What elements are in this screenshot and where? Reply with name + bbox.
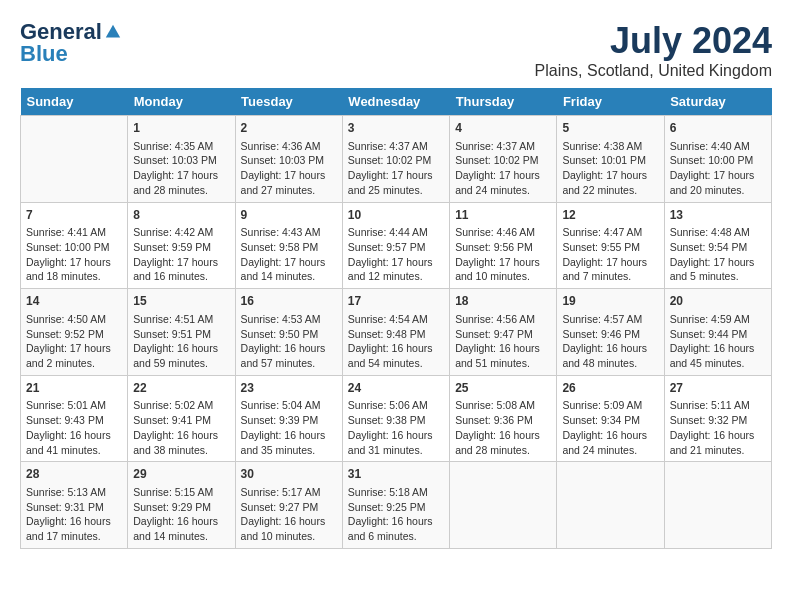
month-title: July 2024	[535, 20, 772, 62]
calendar-cell: 18Sunrise: 4:56 AM Sunset: 9:47 PM Dayli…	[450, 289, 557, 376]
cell-content: Sunrise: 4:43 AM Sunset: 9:58 PM Dayligh…	[241, 225, 337, 284]
week-row-5: 28Sunrise: 5:13 AM Sunset: 9:31 PM Dayli…	[21, 462, 772, 549]
cell-content: Sunrise: 4:54 AM Sunset: 9:48 PM Dayligh…	[348, 312, 444, 371]
week-row-3: 14Sunrise: 4:50 AM Sunset: 9:52 PM Dayli…	[21, 289, 772, 376]
cell-content: Sunrise: 5:04 AM Sunset: 9:39 PM Dayligh…	[241, 398, 337, 457]
day-number: 11	[455, 207, 551, 224]
day-number: 10	[348, 207, 444, 224]
day-number: 19	[562, 293, 658, 310]
day-number: 14	[26, 293, 122, 310]
day-header-tuesday: Tuesday	[235, 88, 342, 116]
cell-content: Sunrise: 4:59 AM Sunset: 9:44 PM Dayligh…	[670, 312, 766, 371]
calendar-cell	[664, 462, 771, 549]
calendar-cell: 16Sunrise: 4:53 AM Sunset: 9:50 PM Dayli…	[235, 289, 342, 376]
calendar-cell: 30Sunrise: 5:17 AM Sunset: 9:27 PM Dayli…	[235, 462, 342, 549]
location-title: Plains, Scotland, United Kingdom	[535, 62, 772, 80]
day-number: 1	[133, 120, 229, 137]
day-header-saturday: Saturday	[664, 88, 771, 116]
svg-marker-0	[106, 25, 120, 38]
calendar-table: SundayMondayTuesdayWednesdayThursdayFrid…	[20, 88, 772, 549]
cell-content: Sunrise: 4:47 AM Sunset: 9:55 PM Dayligh…	[562, 225, 658, 284]
day-number: 27	[670, 380, 766, 397]
calendar-cell: 12Sunrise: 4:47 AM Sunset: 9:55 PM Dayli…	[557, 202, 664, 289]
cell-content: Sunrise: 5:11 AM Sunset: 9:32 PM Dayligh…	[670, 398, 766, 457]
day-number: 22	[133, 380, 229, 397]
cell-content: Sunrise: 4:51 AM Sunset: 9:51 PM Dayligh…	[133, 312, 229, 371]
cell-content: Sunrise: 5:09 AM Sunset: 9:34 PM Dayligh…	[562, 398, 658, 457]
calendar-cell	[450, 462, 557, 549]
day-number: 20	[670, 293, 766, 310]
calendar-cell: 24Sunrise: 5:06 AM Sunset: 9:38 PM Dayli…	[342, 375, 449, 462]
cell-content: Sunrise: 5:13 AM Sunset: 9:31 PM Dayligh…	[26, 485, 122, 544]
cell-content: Sunrise: 4:42 AM Sunset: 9:59 PM Dayligh…	[133, 225, 229, 284]
day-number: 31	[348, 466, 444, 483]
title-area: July 2024 Plains, Scotland, United Kingd…	[535, 20, 772, 80]
cell-content: Sunrise: 5:01 AM Sunset: 9:43 PM Dayligh…	[26, 398, 122, 457]
logo: General Blue	[20, 20, 122, 66]
cell-content: Sunrise: 4:50 AM Sunset: 9:52 PM Dayligh…	[26, 312, 122, 371]
day-number: 6	[670, 120, 766, 137]
calendar-cell	[557, 462, 664, 549]
cell-content: Sunrise: 4:38 AM Sunset: 10:01 PM Daylig…	[562, 139, 658, 198]
day-number: 16	[241, 293, 337, 310]
calendar-cell: 15Sunrise: 4:51 AM Sunset: 9:51 PM Dayli…	[128, 289, 235, 376]
cell-content: Sunrise: 4:37 AM Sunset: 10:02 PM Daylig…	[455, 139, 551, 198]
calendar-cell: 1Sunrise: 4:35 AM Sunset: 10:03 PM Dayli…	[128, 116, 235, 203]
day-number: 21	[26, 380, 122, 397]
cell-content: Sunrise: 4:41 AM Sunset: 10:00 PM Daylig…	[26, 225, 122, 284]
cell-content: Sunrise: 4:57 AM Sunset: 9:46 PM Dayligh…	[562, 312, 658, 371]
calendar-cell: 11Sunrise: 4:46 AM Sunset: 9:56 PM Dayli…	[450, 202, 557, 289]
calendar-cell: 26Sunrise: 5:09 AM Sunset: 9:34 PM Dayli…	[557, 375, 664, 462]
cell-content: Sunrise: 4:53 AM Sunset: 9:50 PM Dayligh…	[241, 312, 337, 371]
calendar-cell: 28Sunrise: 5:13 AM Sunset: 9:31 PM Dayli…	[21, 462, 128, 549]
cell-content: Sunrise: 4:40 AM Sunset: 10:00 PM Daylig…	[670, 139, 766, 198]
day-number: 28	[26, 466, 122, 483]
logo-icon	[104, 23, 122, 41]
calendar-cell: 4Sunrise: 4:37 AM Sunset: 10:02 PM Dayli…	[450, 116, 557, 203]
calendar-cell: 10Sunrise: 4:44 AM Sunset: 9:57 PM Dayli…	[342, 202, 449, 289]
calendar-cell: 31Sunrise: 5:18 AM Sunset: 9:25 PM Dayli…	[342, 462, 449, 549]
day-number: 17	[348, 293, 444, 310]
cell-content: Sunrise: 4:37 AM Sunset: 10:02 PM Daylig…	[348, 139, 444, 198]
calendar-cell: 22Sunrise: 5:02 AM Sunset: 9:41 PM Dayli…	[128, 375, 235, 462]
day-header-monday: Monday	[128, 88, 235, 116]
day-number: 30	[241, 466, 337, 483]
calendar-cell: 9Sunrise: 4:43 AM Sunset: 9:58 PM Daylig…	[235, 202, 342, 289]
calendar-cell: 5Sunrise: 4:38 AM Sunset: 10:01 PM Dayli…	[557, 116, 664, 203]
day-number: 13	[670, 207, 766, 224]
day-number: 24	[348, 380, 444, 397]
cell-content: Sunrise: 5:17 AM Sunset: 9:27 PM Dayligh…	[241, 485, 337, 544]
week-row-2: 7Sunrise: 4:41 AM Sunset: 10:00 PM Dayli…	[21, 202, 772, 289]
logo-blue: Blue	[20, 42, 68, 66]
day-number: 9	[241, 207, 337, 224]
day-header-sunday: Sunday	[21, 88, 128, 116]
calendar-cell	[21, 116, 128, 203]
day-number: 4	[455, 120, 551, 137]
calendar-cell: 20Sunrise: 4:59 AM Sunset: 9:44 PM Dayli…	[664, 289, 771, 376]
week-row-1: 1Sunrise: 4:35 AM Sunset: 10:03 PM Dayli…	[21, 116, 772, 203]
day-number: 23	[241, 380, 337, 397]
cell-content: Sunrise: 4:46 AM Sunset: 9:56 PM Dayligh…	[455, 225, 551, 284]
calendar-cell: 25Sunrise: 5:08 AM Sunset: 9:36 PM Dayli…	[450, 375, 557, 462]
day-number: 26	[562, 380, 658, 397]
day-header-wednesday: Wednesday	[342, 88, 449, 116]
cell-content: Sunrise: 4:36 AM Sunset: 10:03 PM Daylig…	[241, 139, 337, 198]
cell-content: Sunrise: 5:06 AM Sunset: 9:38 PM Dayligh…	[348, 398, 444, 457]
cell-content: Sunrise: 4:35 AM Sunset: 10:03 PM Daylig…	[133, 139, 229, 198]
day-number: 2	[241, 120, 337, 137]
day-header-thursday: Thursday	[450, 88, 557, 116]
calendar-cell: 7Sunrise: 4:41 AM Sunset: 10:00 PM Dayli…	[21, 202, 128, 289]
calendar-cell: 23Sunrise: 5:04 AM Sunset: 9:39 PM Dayli…	[235, 375, 342, 462]
cell-content: Sunrise: 5:02 AM Sunset: 9:41 PM Dayligh…	[133, 398, 229, 457]
day-number: 15	[133, 293, 229, 310]
calendar-cell: 14Sunrise: 4:50 AM Sunset: 9:52 PM Dayli…	[21, 289, 128, 376]
day-number: 5	[562, 120, 658, 137]
cell-content: Sunrise: 5:15 AM Sunset: 9:29 PM Dayligh…	[133, 485, 229, 544]
calendar-cell: 8Sunrise: 4:42 AM Sunset: 9:59 PM Daylig…	[128, 202, 235, 289]
calendar-cell: 3Sunrise: 4:37 AM Sunset: 10:02 PM Dayli…	[342, 116, 449, 203]
day-number: 7	[26, 207, 122, 224]
day-number: 8	[133, 207, 229, 224]
calendar-cell: 21Sunrise: 5:01 AM Sunset: 9:43 PM Dayli…	[21, 375, 128, 462]
cell-content: Sunrise: 4:56 AM Sunset: 9:47 PM Dayligh…	[455, 312, 551, 371]
calendar-cell: 17Sunrise: 4:54 AM Sunset: 9:48 PM Dayli…	[342, 289, 449, 376]
